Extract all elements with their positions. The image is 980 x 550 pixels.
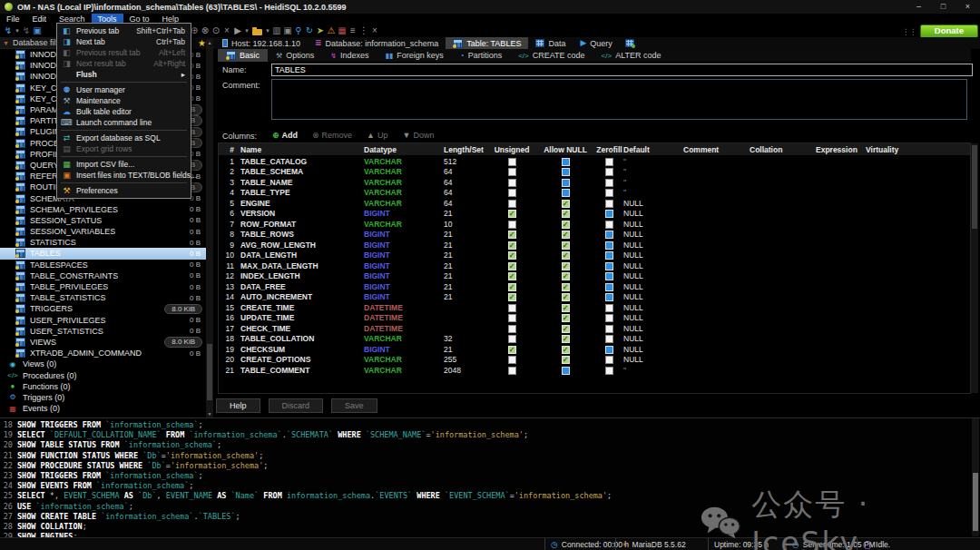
- column-datatype-cell[interactable]: DATETIME: [364, 303, 444, 312]
- column-header-name[interactable]: Name: [239, 145, 364, 154]
- unsigned-checkbox[interactable]: [508, 367, 516, 375]
- zerofill-checkbox[interactable]: [605, 189, 613, 197]
- zerofill-checkbox[interactable]: [605, 314, 613, 322]
- zerofill-checkbox[interactable]: [605, 335, 613, 343]
- menu-item-export-database-as-sql[interactable]: ⇄Export database as SQL: [57, 133, 191, 143]
- menu-item-preferences[interactable]: ⚒Preferences: [57, 185, 191, 196]
- default-cell[interactable]: NULL: [623, 345, 683, 354]
- table-name-input[interactable]: [271, 64, 973, 76]
- close-icon[interactable]: ×: [370, 25, 379, 37]
- menu-item-import-csv-file[interactable]: ▦Import CSV file...: [57, 159, 191, 170]
- column-row-index-length[interactable]: 12INDEX_LENGTHBIGINT21✓✓NULL: [219, 271, 970, 282]
- editor-tab-partitions[interactable]: ◔Partitions: [452, 49, 510, 62]
- zerofill-checkbox[interactable]: [605, 346, 613, 354]
- column-name-cell[interactable]: CREATE_TIME: [239, 303, 364, 312]
- menu-edit[interactable]: Edit: [26, 14, 54, 25]
- column-length-cell[interactable]: 512: [444, 157, 488, 166]
- unsigned-checkbox[interactable]: [508, 314, 516, 322]
- menu-item-previous-tab[interactable]: ◧Previous tabShift+Ctrl+Tab: [57, 25, 191, 36]
- column-datatype-cell[interactable]: BIGINT: [364, 261, 444, 270]
- zerofill-checkbox[interactable]: [605, 168, 613, 176]
- column-row-max-data-length[interactable]: 11MAX_DATA_LENGTHBIGINT21✓✓NULL: [219, 260, 970, 271]
- column-row-table-name[interactable]: 3TABLE_NAMEVARCHAR64'': [219, 177, 970, 188]
- column-header-comment[interactable]: Comment: [683, 145, 750, 154]
- allow-null-checkbox[interactable]: ✓: [562, 272, 570, 280]
- sidebar-scroll-thumb[interactable]: [207, 344, 212, 400]
- column-row-check-time[interactable]: 17CHECK_TIMEDATETIME✓NULL: [219, 323, 970, 334]
- unsigned-checkbox[interactable]: ✓: [508, 241, 516, 250]
- table-item-xtradb-admin-command[interactable]: XTRADB_ADMIN_COMMAND0 B: [0, 348, 206, 358]
- table-item-table-constraints[interactable]: TABLE_CONSTRAINTS0 B: [0, 270, 206, 281]
- tree-item-triggers-0[interactable]: ⚙Triggers (0): [0, 392, 206, 403]
- column-header-zerofill[interactable]: Zerofill: [595, 145, 623, 154]
- column-name-cell[interactable]: TABLE_SCHEMA: [239, 167, 364, 176]
- column-header-allow-null[interactable]: Allow NULL: [535, 145, 595, 154]
- allow-null-checkbox[interactable]: ✓: [562, 314, 570, 322]
- column-header-datatype[interactable]: Datatype: [364, 145, 444, 154]
- warning-icon[interactable]: ⚠: [327, 25, 336, 37]
- default-cell[interactable]: NULL: [623, 303, 683, 312]
- default-cell[interactable]: '': [623, 167, 683, 176]
- tab-data[interactable]: Data: [528, 37, 573, 49]
- column-name-cell[interactable]: ROW_FORMAT: [239, 220, 364, 229]
- zerofill-checkbox[interactable]: [605, 158, 613, 166]
- maximize-button[interactable]: □: [931, 0, 956, 14]
- menu-item-next-tab[interactable]: ◨Next tabCtrl+Tab: [57, 36, 191, 47]
- table-item-tables[interactable]: TABLES0 B: [0, 248, 206, 259]
- table-comment-input[interactable]: [271, 79, 967, 120]
- column-name-cell[interactable]: INDEX_LENGTH: [239, 271, 364, 280]
- column-row-row-format[interactable]: 7ROW_FORMATVARCHAR10✓NULL: [219, 219, 970, 230]
- table-item-schema-privileges[interactable]: SCHEMA_PRIVILEGES0 B: [0, 204, 206, 215]
- column-name-cell[interactable]: UPDATE_TIME: [239, 313, 364, 322]
- allow-null-checkbox[interactable]: [562, 179, 570, 187]
- cancel-icon[interactable]: ⊗: [201, 25, 210, 37]
- editor-tab-indexes[interactable]: ↯Indexes: [322, 49, 377, 62]
- allow-null-checkbox[interactable]: ✓: [562, 304, 570, 312]
- unsigned-checkbox[interactable]: [508, 325, 516, 333]
- tab-database-information-schema[interactable]: ≣Database: information_schema: [308, 37, 446, 49]
- allow-null-checkbox[interactable]: ✓: [562, 241, 570, 250]
- allow-null-checkbox[interactable]: ✓: [562, 293, 570, 301]
- zerofill-checkbox[interactable]: [605, 356, 613, 364]
- default-cell[interactable]: NULL: [623, 261, 683, 270]
- unsigned-checkbox[interactable]: [508, 221, 516, 229]
- allow-null-checkbox[interactable]: ✓: [562, 251, 570, 260]
- default-cell[interactable]: '': [623, 366, 683, 375]
- table-item-table-privileges[interactable]: TABLE_PRIVILEGES0 B: [0, 281, 206, 292]
- kebab-icon[interactable]: ⋮: [359, 25, 368, 37]
- unsigned-checkbox[interactable]: [508, 179, 516, 187]
- column-length-cell[interactable]: 21: [444, 230, 488, 239]
- column-name-cell[interactable]: TABLE_CATALOG: [239, 157, 364, 166]
- allow-null-checkbox[interactable]: ✓: [562, 200, 570, 208]
- menu-file[interactable]: File: [0, 14, 26, 25]
- zerofill-checkbox[interactable]: [605, 251, 613, 260]
- column-name-cell[interactable]: TABLE_NAME: [239, 178, 364, 187]
- column-length-cell[interactable]: 64: [444, 178, 488, 187]
- column-name-cell[interactable]: ENGINE: [239, 199, 364, 208]
- column-datatype-cell[interactable]: BIGINT: [364, 209, 444, 218]
- table-item-session-status[interactable]: SESSION_STATUS0 B: [0, 215, 206, 226]
- table-item-views[interactable]: VIEWS8.0 KiB: [0, 337, 206, 348]
- unsigned-checkbox[interactable]: [508, 356, 516, 364]
- connect-caret-icon[interactable]: ▾: [15, 25, 20, 37]
- table-item-triggers[interactable]: TRIGGERS8.0 KiB: [0, 303, 206, 314]
- unsigned-checkbox[interactable]: [508, 335, 516, 343]
- unsigned-checkbox[interactable]: ✓: [508, 231, 516, 239]
- tree-item-functions-0[interactable]: ●Functions (0): [0, 381, 206, 392]
- editor-tab-options[interactable]: ⚒Options: [268, 49, 322, 62]
- tree-item-views-0[interactable]: ◉Views (0): [0, 358, 206, 369]
- column-length-cell[interactable]: 64: [444, 167, 488, 176]
- column-header-[interactable]: #: [219, 145, 239, 154]
- column-length-cell[interactable]: 21: [444, 292, 488, 301]
- allow-null-checkbox[interactable]: [562, 189, 570, 197]
- default-cell[interactable]: NULL: [623, 199, 683, 208]
- allow-null-checkbox[interactable]: [562, 367, 570, 375]
- column-length-cell[interactable]: 21: [444, 261, 488, 270]
- column-header-expression[interactable]: Expression: [816, 145, 866, 154]
- menu-item-user-manager[interactable]: ⚉User manager: [57, 84, 191, 95]
- column-row-table-collation[interactable]: 18TABLE_COLLATIONVARCHAR32✓NULL: [219, 334, 970, 345]
- table-item-session-variables[interactable]: SESSION_VARIABLES0 B: [0, 226, 206, 237]
- column-datatype-cell[interactable]: VARCHAR: [364, 167, 444, 176]
- allow-null-checkbox[interactable]: ✓: [562, 262, 570, 270]
- zerofill-checkbox[interactable]: [605, 325, 613, 333]
